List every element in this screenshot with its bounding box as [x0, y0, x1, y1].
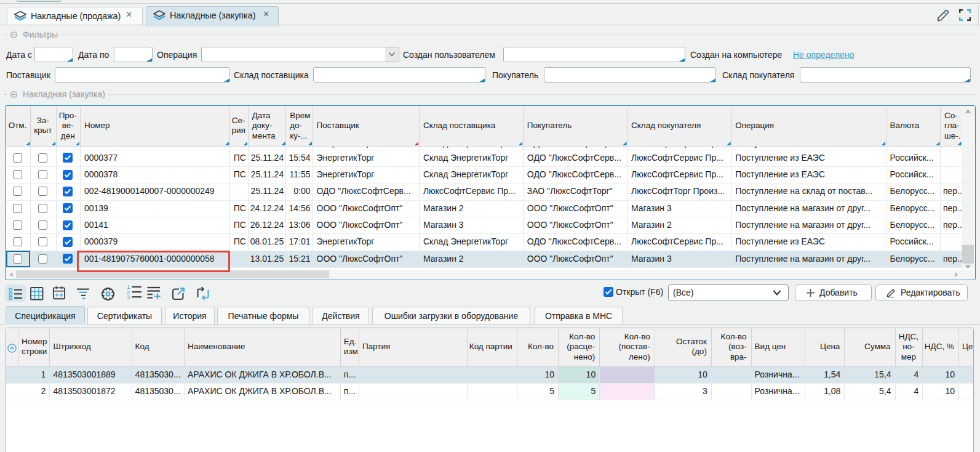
svg-text:3: 3	[127, 294, 130, 300]
